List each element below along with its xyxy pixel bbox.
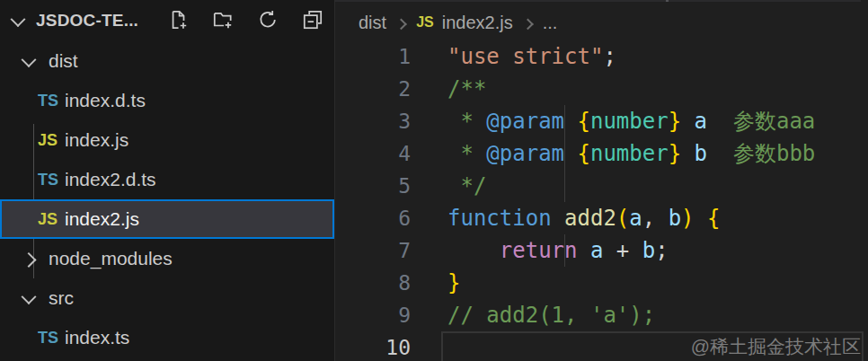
line-number-9[interactable]: 9 <box>335 299 411 331</box>
tree-item-index-ts[interactable]: TSindex.ts <box>0 318 334 357</box>
token-comment: */ <box>447 173 486 198</box>
watermark-text: @稀土掘金技术社区 <box>691 334 861 359</box>
line-number-8[interactable]: 8 <box>335 267 411 299</box>
token-comment: * <box>447 109 486 134</box>
code-line-8[interactable]: } <box>447 267 460 299</box>
token-punct <box>707 109 733 134</box>
token-comment: /** <box>447 76 486 101</box>
line-number-6[interactable]: 6 <box>335 202 411 234</box>
token-punct <box>707 141 733 166</box>
token-punct: ; <box>655 238 668 263</box>
token-bracket: ( <box>616 206 629 231</box>
collapse-all-icon <box>301 8 324 34</box>
code-line-6[interactable]: function add2(a, b) { <box>447 202 720 234</box>
code-line-2[interactable]: /** <box>447 73 486 105</box>
token-param: b <box>669 206 681 231</box>
line-number-2[interactable]: 2 <box>335 73 411 105</box>
vscode-window: JSDOC-TE... <box>0 0 868 361</box>
token-param: a <box>629 206 642 231</box>
tree-item-label: node_modules <box>49 248 173 269</box>
tree-item-index-js[interactable]: JSindex.js <box>0 120 334 160</box>
token-func: add2 <box>564 206 616 231</box>
tree-item-label: src <box>49 287 74 309</box>
explorer-section-title: JSDOC-TE... <box>36 11 138 31</box>
code-line-7[interactable]: return a + b; <box>447 234 669 267</box>
code-line-9[interactable]: // add2(1, 'a'); <box>447 299 655 331</box>
token-keyword: @param <box>486 141 564 166</box>
code-line-5[interactable]: */ <box>447 170 486 202</box>
tree-item-src[interactable]: src <box>0 278 334 318</box>
code-line-1[interactable]: "use strict"; <box>447 40 616 73</box>
token-type: number <box>590 141 669 166</box>
collapse-folders-button[interactable] <box>297 5 329 36</box>
token-keyword: @param <box>486 109 564 134</box>
chevron-down-icon <box>22 52 37 67</box>
token-param: b <box>642 238 655 263</box>
token-bracket: { <box>578 109 590 134</box>
tree-item-index-d-ts[interactable]: TSindex.d.ts <box>0 81 334 120</box>
line-number-7[interactable]: 7 <box>335 234 411 267</box>
token-punct: + <box>603 238 642 263</box>
line-number-4[interactable]: 4 <box>335 137 411 170</box>
tree-item-dist[interactable]: dist <box>0 41 334 81</box>
token-bracket: } <box>669 109 681 134</box>
tree-item-label: index2.d.ts <box>65 169 156 190</box>
line-number-3[interactable]: 3 <box>335 105 411 137</box>
token-param: b <box>695 141 707 166</box>
tree-item-node-modules[interactable]: node_modules <box>0 239 334 278</box>
token-comment: 参数aaa <box>733 109 815 134</box>
line-number-1[interactable]: 1 <box>335 40 411 73</box>
token-punct <box>681 109 694 134</box>
new-file-icon <box>166 8 190 34</box>
chevron-down-icon <box>11 12 26 27</box>
code-line-3[interactable]: * @param {number} a 参数aaa <box>447 105 815 137</box>
tree-item-label: index.ts <box>65 327 129 348</box>
line-number-5[interactable]: 5 <box>335 170 411 202</box>
token-punct: , <box>642 206 669 231</box>
editor-gutter: 12345678910 <box>335 0 411 361</box>
token-punct <box>681 141 694 166</box>
new-folder-icon <box>211 8 235 34</box>
token-string: "use strict" <box>447 44 603 69</box>
token-bracket: ) <box>681 206 694 231</box>
tree-item-label: dist <box>49 50 78 72</box>
token-bracket: { <box>707 206 720 231</box>
tree-item-label: index.d.ts <box>65 90 146 111</box>
token-punct: ; <box>603 44 616 69</box>
code-line-4[interactable]: * @param {number} b 参数bbb <box>447 137 815 170</box>
tree-item-index2-d-ts[interactable]: TSindex2.d.ts <box>0 160 334 199</box>
token-punct <box>564 109 577 134</box>
file-tree: distTSindex.d.tsJSindex.jsTSindex2.d.tsJ… <box>0 41 334 361</box>
token-punct <box>552 206 564 231</box>
explorer-actions-toolbar <box>162 5 329 36</box>
token-comment: // add2(1, 'a'); <box>447 303 655 328</box>
explorer-section-header[interactable]: JSDOC-TE... <box>0 0 334 41</box>
explorer-sidebar: JSDOC-TE... <box>0 0 335 361</box>
javascript-file-icon: JS <box>38 131 65 150</box>
token-punct <box>564 141 577 166</box>
typescript-file-icon: TS <box>38 329 65 348</box>
token-comment: * <box>447 141 486 166</box>
token-type: number <box>590 109 669 134</box>
refresh-icon <box>256 8 279 34</box>
chevron-right-icon <box>22 252 37 268</box>
line-number-10[interactable]: 10 <box>335 331 411 361</box>
token-param: a <box>590 238 603 263</box>
tree-item-index2-js[interactable]: JSindex2.js <box>0 199 334 239</box>
code-area[interactable]: "use strict";/** * @param {number} a 参数a… <box>447 0 868 361</box>
tree-item-label: index2.js <box>65 208 139 230</box>
token-bracket: } <box>669 141 681 166</box>
token-punct <box>447 238 500 263</box>
new-file-button[interactable] <box>162 5 194 36</box>
token-bracket: { <box>578 141 590 166</box>
javascript-file-icon: JS <box>38 210 65 229</box>
chevron-down-icon <box>22 289 37 304</box>
token-punct <box>695 206 707 231</box>
refresh-button[interactable] <box>252 5 284 36</box>
editor-pane: dist JS index2.js ... 12345678910 "use s… <box>335 0 868 361</box>
typescript-file-icon: TS <box>38 171 65 189</box>
typescript-file-icon: TS <box>38 92 65 110</box>
new-folder-button[interactable] <box>207 5 239 36</box>
token-punct <box>578 238 590 263</box>
token-keyword: function <box>447 206 552 231</box>
